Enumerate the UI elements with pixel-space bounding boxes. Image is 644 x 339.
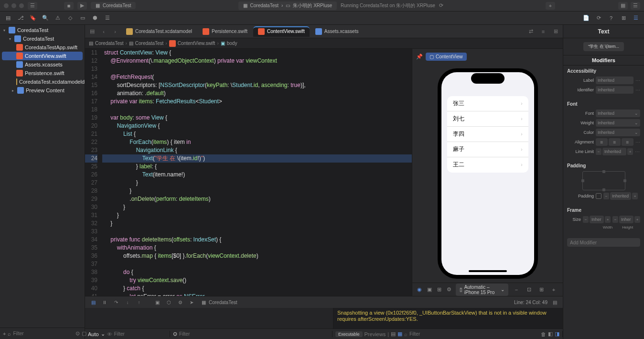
jump-item[interactable]: ContentView.swift xyxy=(178,41,215,46)
add-tab-icon[interactable]: + xyxy=(546,2,555,10)
font-dropdown[interactable]: Inherited xyxy=(596,109,640,117)
nav-debug-icon[interactable]: ▭ xyxy=(77,13,88,23)
editor-tab[interactable]: CoredataTest.xcdatamodel xyxy=(121,26,197,37)
live-icon[interactable]: ◉ xyxy=(416,285,423,295)
accessibility-identifier-field[interactable]: Inherited xyxy=(596,86,633,94)
debug-view-icon[interactable]: ▣ xyxy=(153,298,161,306)
jump-item[interactable]: body xyxy=(227,41,237,46)
zoom-fit-icon[interactable]: ⊡ xyxy=(524,285,534,295)
minimap-icon[interactable]: ▤ xyxy=(550,298,559,306)
filter-input[interactable] xyxy=(13,331,74,336)
auto-label[interactable]: Auto xyxy=(88,331,99,337)
align-left-button[interactable]: ≡ xyxy=(596,138,608,146)
nav-breakpoints-icon[interactable]: ⬢ xyxy=(90,13,100,23)
preview-selector[interactable]: ▢ ContentView xyxy=(426,53,467,61)
previews-filter[interactable]: Previews xyxy=(365,331,386,337)
scope-icon[interactable]: ⊙ xyxy=(173,331,177,337)
disclosure-icon[interactable]: ▾ xyxy=(8,37,12,41)
editor-tab[interactable]: Assets.xcassets xyxy=(311,26,364,37)
selectable-icon[interactable]: ▣ xyxy=(426,285,433,295)
list-row[interactable]: 李四› xyxy=(447,127,528,142)
increment-button[interactable]: + xyxy=(605,216,611,223)
library-icon[interactable]: ▦ xyxy=(618,2,628,10)
add-icon[interactable]: + xyxy=(3,331,6,337)
nav-bookmarks-icon[interactable]: 🔖 xyxy=(28,13,38,23)
step-into-icon[interactable]: ↓ xyxy=(123,298,132,306)
close-window[interactable] xyxy=(4,3,9,8)
scheme-selector[interactable]: ▦ CoredataTest xyxy=(91,2,136,9)
decrement-button[interactable]: − xyxy=(596,148,601,155)
debug-filter-input[interactable] xyxy=(179,331,329,337)
nav-file-item[interactable]: ContentView.swift xyxy=(2,52,83,60)
list-row[interactable]: 王二› xyxy=(447,157,528,173)
zoom-actual-icon[interactable]: ⊞ xyxy=(536,285,547,295)
nav-source-control-icon[interactable]: ⎇ xyxy=(15,13,26,23)
editor-options-icon[interactable]: ⇄ xyxy=(526,26,536,37)
jump-bar[interactable]: ▤ CoredataTest › ▤ CoredataTest › Conten… xyxy=(85,38,563,49)
recent-icon[interactable]: ⊙ xyxy=(75,330,80,337)
nav-find-icon[interactable]: 🔍 xyxy=(40,13,51,23)
step-out-icon[interactable]: ↑ xyxy=(135,298,143,306)
step-over-icon[interactable]: ↷ xyxy=(112,298,120,306)
more-icon[interactable]: ⋯ xyxy=(635,78,640,83)
disclosure-icon[interactable]: ▸ xyxy=(11,88,15,93)
zoom-window[interactable] xyxy=(19,3,24,8)
eye-icon[interactable]: 👁 xyxy=(107,331,112,337)
color-dropdown[interactable]: Inherited xyxy=(596,129,640,136)
editor-tab[interactable]: ContentView.swift xyxy=(253,26,310,37)
code-editor[interactable]: 1112131415161718192021222324252627282930… xyxy=(85,49,412,296)
jump-item[interactable]: CoredataTest xyxy=(135,41,163,46)
inspector-toggle-icon[interactable]: ☰ xyxy=(631,2,640,10)
decrement-button[interactable]: − xyxy=(612,216,618,223)
console-output[interactable]: Snapshotting a view (0x102f265f0, _UIBut… xyxy=(333,308,563,328)
nav-project-root[interactable]: ▾ CoredataTest xyxy=(0,26,85,34)
minimize-window[interactable] xyxy=(11,3,16,8)
related-items-icon[interactable]: ▤ xyxy=(87,26,97,37)
console-filter[interactable] xyxy=(409,331,539,337)
back-icon[interactable]: ‹ xyxy=(98,26,109,37)
jump-item[interactable]: CoredataTest xyxy=(95,41,123,46)
width-field[interactable]: Inher xyxy=(590,216,604,223)
forward-icon[interactable]: › xyxy=(110,26,120,37)
run-button[interactable]: ▶ xyxy=(77,2,87,10)
executable-filter[interactable]: Executable xyxy=(335,331,363,337)
add-modifier-field[interactable]: Add Modifier xyxy=(567,238,640,247)
more-icon[interactable]: ⋯ xyxy=(635,140,640,145)
trash-icon[interactable]: 🗑 xyxy=(541,331,546,337)
inspector-more-icon[interactable]: ☰ xyxy=(631,13,641,23)
adjust-editor-icon[interactable]: ≡ xyxy=(538,26,548,37)
metadata-icon[interactable]: ▤ xyxy=(391,331,396,337)
debug-toggle-icon[interactable]: ▤ xyxy=(89,298,97,306)
nav-group[interactable]: ▾ CoredataTest xyxy=(0,34,85,43)
inspector-attributes-icon[interactable]: ⊞ xyxy=(618,13,629,23)
padding-field[interactable]: Inherited xyxy=(610,192,631,200)
device-picker[interactable]: ▯ Automatic – iPhone 15 Pro ⌄ xyxy=(456,284,508,296)
weight-dropdown[interactable]: Inherited xyxy=(596,119,640,127)
nav-file-item[interactable]: Persistence.swift xyxy=(0,69,85,77)
checkbox[interactable] xyxy=(596,193,601,199)
nav-tests-icon[interactable]: ◇ xyxy=(65,13,75,23)
variants-icon[interactable]: ⊞ xyxy=(436,285,443,295)
list-row[interactable]: 麻子› xyxy=(447,142,528,157)
clear-icon[interactable]: ▦ xyxy=(397,331,402,337)
nav-file-item[interactable]: ▸Preview Content xyxy=(0,86,85,95)
nav-reports-icon[interactable]: ☰ xyxy=(102,13,113,23)
disclosure-icon[interactable]: ▾ xyxy=(2,28,7,33)
line-limit-field[interactable]: Inherited xyxy=(602,148,626,155)
align-center-button[interactable]: ≡ xyxy=(609,138,621,146)
variables-view[interactable] xyxy=(85,308,333,328)
nav-issues-icon[interactable]: ⚠ xyxy=(53,13,63,23)
sidebar-toggle-icon[interactable]: ☰ xyxy=(28,2,37,10)
zoom-out-icon[interactable]: − xyxy=(511,285,522,295)
editor-tab[interactable]: Persistence.swift xyxy=(198,26,252,37)
more-icon[interactable]: ⋯ xyxy=(635,149,640,154)
more-icon[interactable]: ⋯ xyxy=(635,87,640,93)
nav-file-item[interactable]: CoredataTest.xcdatamodeld xyxy=(0,77,85,86)
list-row[interactable]: 刘七› xyxy=(447,111,528,127)
inspector-file-icon[interactable]: 📄 xyxy=(581,13,591,23)
nav-file-item[interactable]: Assets.xcassets xyxy=(0,60,85,69)
inspector-history-icon[interactable]: ⟳ xyxy=(593,13,604,23)
run-destination[interactable]: ▦ CoredataTest › ▭ 朱小明的 XRPluse xyxy=(238,1,337,10)
device-settings-icon[interactable]: ⚙ xyxy=(446,285,453,295)
add-editor-icon[interactable]: ⊞ xyxy=(550,26,561,37)
